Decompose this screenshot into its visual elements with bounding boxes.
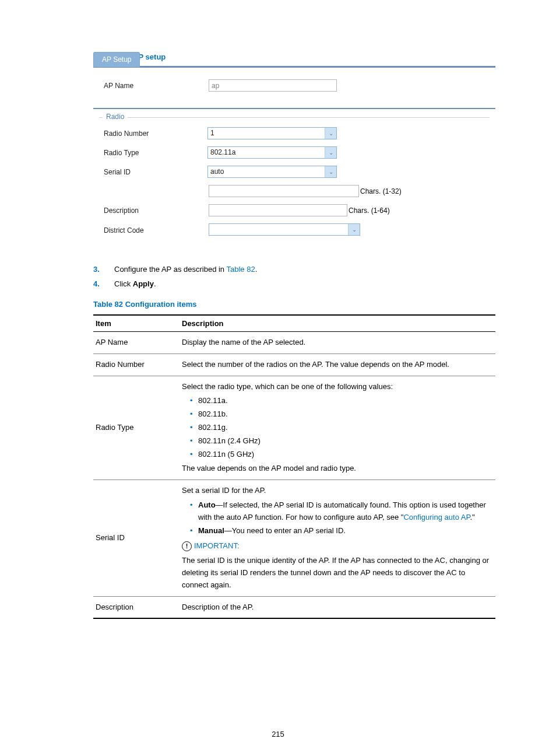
radio-type-outro: The value depends on the AP model and ra… (182, 463, 493, 475)
desc-description: Description of the AP. (180, 596, 495, 618)
step-4-suffix: . (154, 279, 156, 288)
list-item: 802.11n (5 GHz) (190, 449, 493, 461)
th-item: Item (93, 315, 180, 332)
serial-id-note: The serial ID is the unique identity of … (182, 555, 493, 591)
radio-fieldset: Radio Radio Number 1 ⌄ Radio Type 802.11… (99, 117, 490, 181)
serial-id-select[interactable]: auto ⌄ (207, 166, 337, 178)
description-input[interactable] (209, 204, 347, 216)
district-code-value (209, 224, 348, 235)
item-radio-type: Radio Type (93, 376, 180, 480)
chevron-down-icon: ⌄ (348, 224, 360, 235)
list-item: 802.11b. (190, 408, 493, 421)
desc-radio-type: Select the radio type, which can be one … (180, 376, 495, 480)
district-code-label: District Code (104, 226, 209, 235)
step-4-prefix: Click (114, 279, 133, 288)
ap-name-label: AP Name (104, 82, 209, 90)
radio-legend: Radio (103, 113, 128, 121)
table-82-link[interactable]: Table 82 (226, 265, 255, 274)
list-item: Auto—If selected, the AP serial ID is au… (190, 499, 493, 524)
list-item: 802.11n (2.4 GHz) (190, 435, 493, 447)
table-row: Radio Number Select the number of the ra… (93, 354, 495, 376)
exclamation-icon: ! (182, 541, 192, 551)
radio-type-intro: Select the radio type, which can be one … (182, 381, 493, 393)
step-3-prefix: Configure the AP as described in (114, 265, 226, 274)
serial-id-chars-hint: Chars. (1-32) (360, 187, 402, 195)
table-caption: Table 82 Configuration items (93, 300, 498, 309)
page-number: 215 (0, 730, 556, 738)
radio-number-value: 1 (208, 128, 325, 139)
table-row: Description Description of the AP. (93, 596, 495, 618)
figure-caption: Figure 203 AP setup (93, 52, 498, 61)
serial-id-intro: Set a serial ID for the AP. (182, 485, 493, 497)
radio-number-select[interactable]: 1 ⌄ (207, 127, 337, 139)
desc-radio-number: Select the number of the radios on the A… (180, 354, 495, 376)
list-item: 802.11g. (190, 422, 493, 434)
ap-setup-form: AP Setup AP Name Radio Radio Number 1 ⌄ (93, 66, 495, 243)
steps-list: Configure the AP as described in Table 8… (93, 265, 498, 288)
ap-name-input[interactable] (209, 79, 337, 92)
auto-label: Auto (198, 501, 216, 509)
step-4-apply: Apply (133, 279, 154, 288)
item-radio-number: Radio Number (93, 354, 180, 376)
description-label: Description (104, 206, 209, 215)
chevron-down-icon: ⌄ (325, 128, 336, 139)
item-ap-name: AP Name (93, 332, 180, 354)
chevron-down-icon: ⌄ (325, 166, 336, 177)
radio-type-select[interactable]: 802.11a ⌄ (207, 146, 337, 159)
chevron-down-icon: ⌄ (325, 147, 336, 158)
important-label: IMPORTANT: (194, 540, 240, 552)
district-code-select[interactable]: ⌄ (209, 223, 360, 236)
table-row: Serial ID Set a serial ID for the AP. Au… (93, 480, 495, 596)
list-item: Manual—You need to enter an AP serial ID… (190, 525, 493, 537)
config-table: Item Description AP Name Display the nam… (93, 314, 495, 619)
configuring-auto-ap-link[interactable]: Configuring auto AP (403, 513, 470, 522)
description-chars-hint: Chars. (1-64) (349, 206, 390, 215)
auto-suffix: ." (470, 513, 474, 522)
serial-id-value: auto (208, 166, 325, 177)
tab-ap-setup[interactable]: AP Setup (93, 52, 140, 67)
radio-type-label: Radio Type (104, 149, 207, 157)
th-description: Description (180, 315, 495, 332)
table-row: AP Name Display the name of the AP selec… (93, 332, 495, 354)
manual-text: —You need to enter an AP serial ID. (224, 526, 346, 535)
serial-id-label: Serial ID (104, 168, 207, 176)
manual-label: Manual (198, 526, 224, 535)
list-item: 802.11a. (190, 395, 493, 407)
step-3: Configure the AP as described in Table 8… (93, 265, 498, 274)
item-description: Description (93, 596, 180, 618)
step-4: Click Apply. (93, 279, 498, 288)
radio-type-value: 802.11a (208, 147, 325, 158)
desc-ap-name: Display the name of the AP selected. (180, 332, 495, 354)
table-row: Radio Type Select the radio type, which … (93, 376, 495, 480)
step-3-suffix: . (255, 265, 258, 274)
desc-serial-id: Set a serial ID for the AP. Auto—If sele… (180, 480, 495, 596)
radio-number-label: Radio Number (104, 130, 207, 138)
serial-id-manual-input[interactable] (209, 185, 359, 197)
item-serial-id: Serial ID (93, 480, 180, 596)
